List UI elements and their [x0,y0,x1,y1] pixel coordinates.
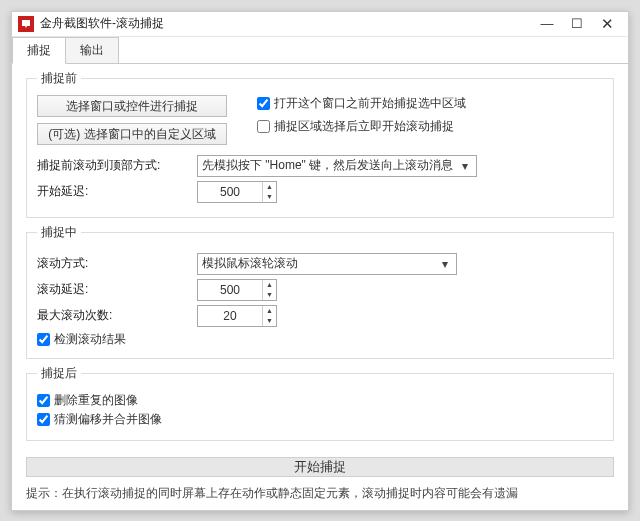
start-delay-label: 开始延迟: [37,183,187,200]
content: 捕捉前 选择窗口或控件进行捕捉 (可选) 选择窗口中的自定义区域 打开这个窗口之… [12,64,628,451]
scroll-delay-spinner[interactable]: 500 ▲▼ [197,279,277,301]
start-delay-spinner[interactable]: 500 ▲▼ [197,181,277,203]
hint-text: 提示：在执行滚动捕捉的同时屏幕上存在动作或静态固定元素，滚动捕捉时内容可能会有遗… [12,481,628,512]
scroll-delay-label: 滚动延迟: [37,281,187,298]
group-after: 捕捉后 删除重复的图像 猜测偏移并合并图像 [26,365,614,441]
titlebar: 金舟截图软件-滚动捕捉 — ☐ ✕ [12,12,628,37]
chevron-down-icon[interactable]: ▼ [263,192,276,202]
cb-start-after-select-input[interactable] [257,120,270,133]
maximize-button[interactable]: ☐ [562,12,592,36]
select-window-button[interactable]: 选择窗口或控件进行捕捉 [37,95,227,117]
cb-remove-dup[interactable]: 删除重复的图像 [37,392,603,409]
minimize-button[interactable]: — [532,12,562,36]
scroll-method-label: 滚动方式: [37,255,187,272]
chevron-down-icon[interactable]: ▼ [263,290,276,300]
app-icon [18,16,34,32]
close-button[interactable]: ✕ [592,12,622,36]
cb-stitch-input[interactable] [37,413,50,426]
cb-open-before-input[interactable] [257,97,270,110]
chevron-down-icon: ▾ [458,159,472,173]
window-title: 金舟截图软件-滚动捕捉 [40,15,532,32]
chevron-up-icon[interactable]: ▲ [263,306,276,316]
cb-start-after-select[interactable]: 捕捉区域选择后立即开始滚动捕捉 [257,118,603,135]
cb-remove-dup-input[interactable] [37,394,50,407]
cb-open-before[interactable]: 打开这个窗口之前开始捕捉选中区域 [257,95,603,112]
app-window: 金舟截图软件-滚动捕捉 — ☐ ✕ 捕捉 输出 捕捉前 选择窗口或控件进行捕捉 … [11,11,629,511]
tabs: 捕捉 输出 [12,37,628,64]
tab-output[interactable]: 输出 [65,37,119,64]
max-scroll-label: 最大滚动次数: [37,307,187,324]
chevron-down-icon[interactable]: ▼ [263,316,276,326]
group-before-legend: 捕捉前 [37,70,81,87]
group-after-legend: 捕捉后 [37,365,81,382]
scroll-method-select[interactable]: 模拟鼠标滚轮滚动 ▾ [197,253,457,275]
chevron-down-icon: ▾ [438,257,452,271]
group-during: 捕捉中 滚动方式: 模拟鼠标滚轮滚动 ▾ 滚动延迟: 500 ▲▼ 最大滚动次数… [26,224,614,359]
cb-detect-end[interactable]: 检测滚动结果 [37,331,603,348]
select-custom-region-button[interactable]: (可选) 选择窗口中的自定义区域 [37,123,227,145]
cb-stitch[interactable]: 猜测偏移并合并图像 [37,411,603,428]
chevron-up-icon[interactable]: ▲ [263,182,276,192]
group-during-legend: 捕捉中 [37,224,81,241]
group-before: 捕捉前 选择窗口或控件进行捕捉 (可选) 选择窗口中的自定义区域 打开这个窗口之… [26,70,614,218]
scroll-top-label: 捕捉前滚动到顶部方式: [37,157,187,174]
chevron-up-icon[interactable]: ▲ [263,280,276,290]
scroll-top-select[interactable]: 先模拟按下 "Home" 键，然后发送向上滚动消息 ▾ [197,155,477,177]
start-capture-button[interactable]: 开始捕捉 [26,457,614,477]
cb-detect-end-input[interactable] [37,333,50,346]
tab-capture[interactable]: 捕捉 [12,37,66,64]
max-scroll-spinner[interactable]: 20 ▲▼ [197,305,277,327]
